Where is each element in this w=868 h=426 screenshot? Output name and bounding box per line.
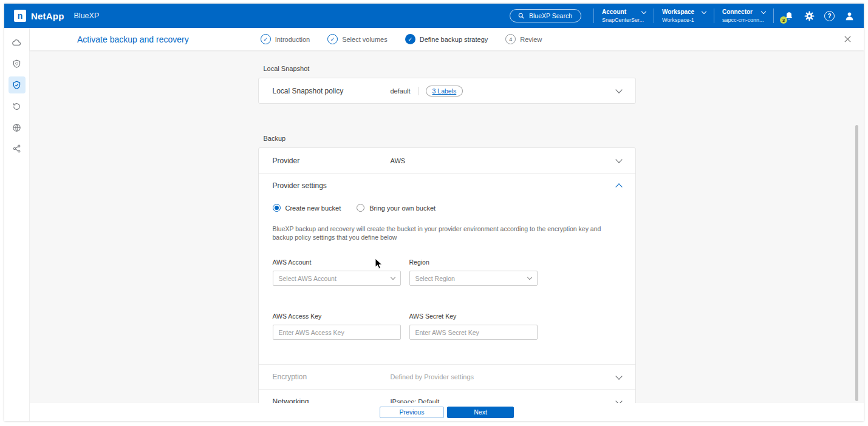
step-number-icon: 4: [505, 34, 516, 44]
radio-bring-own-bucket[interactable]: Bring your own bucket: [357, 204, 436, 212]
region-label: Region: [409, 259, 538, 266]
provider-row[interactable]: Provider AWS: [259, 148, 635, 173]
networking-row[interactable]: Networking IPspace: Default: [259, 389, 635, 403]
help-button[interactable]: ?: [824, 11, 835, 21]
settings-button[interactable]: [804, 10, 815, 22]
sidebar-item-storage[interactable]: [9, 34, 26, 51]
connector-menu-value: sapcc-cm-conn...: [722, 17, 765, 23]
region-select[interactable]: Select Region: [409, 271, 538, 286]
left-nav: [4, 28, 30, 421]
aws-access-key-input[interactable]: [273, 325, 401, 340]
local-snapshot-heading: Local Snapshot: [264, 65, 636, 72]
notifications-button[interactable]: 3: [784, 10, 795, 21]
topbar-menus: Account SnapCenterSer... Workspace Works…: [593, 8, 774, 23]
sidebar-item-governance[interactable]: [9, 119, 26, 136]
wizard-content: Local Snapshot Local Snapshot policy def…: [30, 50, 864, 403]
help-icon: ?: [824, 11, 835, 21]
aws-secret-key-input[interactable]: [409, 325, 538, 340]
step-review[interactable]: 4 Review: [505, 34, 542, 44]
radio-bring-own-label: Bring your own bucket: [369, 205, 436, 212]
sidebar-item-protection[interactable]: [9, 76, 26, 93]
chevron-down-icon: [641, 8, 646, 13]
provider-settings-label: Provider settings: [273, 181, 391, 190]
networking-value: IPspace: Default: [391, 398, 440, 403]
close-button[interactable]: [844, 35, 852, 43]
aws-secret-key-field: AWS Secret Key: [409, 313, 538, 340]
expand-toggle[interactable]: [615, 159, 623, 162]
sidebar-item-mobility[interactable]: [9, 140, 26, 157]
chevron-down-icon: [615, 86, 622, 93]
chevron-down-icon: [761, 8, 766, 13]
scrollbar[interactable]: [855, 125, 858, 401]
collapse-toggle[interactable]: [615, 182, 623, 189]
backup-heading: Backup: [264, 135, 636, 142]
backup-card: Provider AWS Provider settings: [258, 147, 636, 403]
search-placeholder: BlueXP Search: [529, 12, 572, 19]
chevron-down-icon: [615, 156, 622, 163]
radio-dot: [275, 206, 279, 210]
user-icon: [844, 10, 855, 22]
expand-toggle[interactable]: [615, 376, 623, 379]
close-icon: [844, 35, 852, 43]
share-icon: [12, 144, 22, 154]
radio-selected-icon: [273, 204, 281, 212]
sidebar-item-health[interactable]: [9, 55, 26, 72]
aws-access-key-field: AWS Access Key: [273, 313, 401, 340]
sidebar-item-restore[interactable]: [9, 98, 26, 115]
chevron-up-icon: [615, 183, 622, 190]
connector-menu[interactable]: Connector sapcc-cm-conn...: [714, 8, 774, 23]
local-snapshot-policy-row[interactable]: Local Snapshot policy default 3 Labels: [259, 78, 635, 103]
region-field: Region Select Region: [409, 259, 538, 286]
protection-shield-icon: [12, 80, 22, 90]
search-input[interactable]: BlueXP Search: [510, 9, 581, 22]
wizard-stepper: ✓ Introduction ✓ Select volumes ✓ Define…: [261, 34, 542, 44]
region-placeholder: Select Region: [415, 275, 455, 282]
next-button[interactable]: Next: [447, 407, 514, 418]
step-done-icon: ✓: [327, 34, 338, 44]
aws-account-placeholder: Select AWS Account: [279, 275, 337, 282]
keys-form: AWS Access Key AWS Secret Key: [273, 313, 621, 340]
aws-secret-key-label: AWS Secret Key: [409, 313, 538, 320]
provider-settings-row[interactable]: Provider settings: [259, 173, 635, 198]
provider-settings-description: BlueXP backup and recovery will create t…: [273, 225, 621, 242]
user-button[interactable]: [844, 10, 855, 22]
logo-letter: n: [18, 12, 23, 20]
radio-unselected-icon: [357, 204, 364, 212]
step-select-volumes[interactable]: ✓ Select volumes: [327, 34, 388, 44]
step-introduction[interactable]: ✓ Introduction: [261, 34, 310, 44]
chevron-down-icon: [390, 275, 395, 280]
aws-access-key-label: AWS Access Key: [273, 313, 401, 320]
netapp-logo-icon: n: [14, 10, 26, 22]
networking-label: Networking: [273, 397, 391, 403]
main-panel: Activate backup and recovery ✓ Introduct…: [30, 28, 864, 421]
step-define-backup-strategy[interactable]: ✓ Define backup strategy: [405, 34, 488, 44]
radio-create-new-label: Create new bucket: [285, 205, 341, 212]
account-region-form: AWS Account Select AWS Account Region: [273, 259, 621, 286]
aws-account-select[interactable]: Select AWS Account: [273, 271, 401, 286]
notification-badge: 3: [780, 16, 787, 24]
previous-button[interactable]: Previous: [380, 407, 444, 418]
labels-link[interactable]: 3 Labels: [426, 86, 463, 96]
topbar-right: BlueXP Search Account SnapCenterSer... W…: [510, 8, 855, 23]
provider-settings-body: Create new bucket Bring your own bucket …: [259, 198, 635, 364]
bluexp-window: n NetApp BlueXP BlueXP Search Account Sn…: [4, 4, 864, 421]
connector-menu-label: Connector: [722, 8, 753, 15]
wizard-header: Activate backup and recovery ✓ Introduct…: [30, 28, 864, 50]
workspace-menu[interactable]: Workspace Workspace-1: [654, 8, 714, 23]
check-glyph: ✓: [408, 36, 412, 42]
encryption-row[interactable]: Encryption Defined by Provider settings: [259, 364, 635, 389]
wizard-footer: Previous Next: [30, 403, 864, 421]
health-shield-icon: [12, 59, 22, 69]
chevron-down-icon: [615, 397, 622, 403]
radio-create-new-bucket[interactable]: Create new bucket: [273, 204, 341, 212]
restore-icon: [12, 101, 22, 112]
search-icon: [518, 12, 525, 19]
local-snapshot-policy-value: default: [391, 87, 411, 95]
globe-icon: [12, 123, 22, 133]
topbar: n NetApp BlueXP BlueXP Search Account Sn…: [4, 4, 864, 28]
account-menu[interactable]: Account SnapCenterSer...: [593, 8, 654, 23]
expand-toggle[interactable]: [615, 89, 623, 92]
chevron-down-icon: [615, 373, 622, 379]
cloud-icon: [12, 38, 22, 48]
help-glyph: ?: [827, 13, 831, 19]
